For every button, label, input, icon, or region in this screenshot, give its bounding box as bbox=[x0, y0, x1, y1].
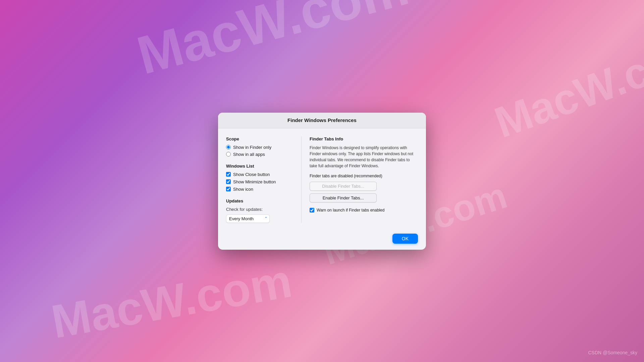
dialog-title: Finder Windows Preferences bbox=[287, 117, 357, 123]
scope-finder-only-label: Show in Finder only bbox=[233, 145, 271, 150]
frequency-select-wrapper: Every Day Every Week Every Month Never ⌃ bbox=[226, 215, 270, 223]
enable-finder-tabs-button[interactable]: Enable Finder Tabs... bbox=[310, 193, 377, 202]
right-column: Finder Tabs Info Finder Windows is desig… bbox=[303, 136, 418, 223]
finder-tabs-status: Finder tabs are disabled (recommended) bbox=[310, 174, 418, 178]
scope-finder-only-radio[interactable] bbox=[226, 145, 231, 149]
show-icon-checkbox[interactable] bbox=[226, 187, 231, 191]
warn-on-launch-checkbox[interactable] bbox=[310, 208, 314, 213]
show-icon-label: Show icon bbox=[233, 187, 253, 192]
windows-list-section-title: Windows List bbox=[226, 164, 292, 169]
show-close-button-checkbox[interactable] bbox=[226, 172, 231, 177]
show-close-button-label: Show Close button bbox=[233, 172, 270, 177]
scope-all-apps-radio[interactable] bbox=[226, 152, 231, 157]
preferences-dialog: Finder Windows Preferences Scope Show in… bbox=[218, 113, 426, 250]
show-minimize-button-item[interactable]: Show Minimize button bbox=[226, 179, 292, 184]
scope-all-apps[interactable]: Show in all apps bbox=[226, 152, 292, 157]
warn-row: Warn on launch if Finder tabs enabled bbox=[310, 208, 418, 213]
vertical-divider bbox=[301, 136, 302, 223]
disable-finder-tabs-button[interactable]: Disable Finder Tabs... bbox=[310, 182, 377, 191]
check-updates-label: Check for updates: bbox=[226, 207, 292, 212]
dialog-footer: OK bbox=[218, 230, 426, 250]
frequency-select[interactable]: Every Day Every Week Every Month Never bbox=[226, 215, 270, 223]
scope-all-apps-label: Show in all apps bbox=[233, 152, 265, 157]
finder-tabs-info-body: Finder Windows is designed to simplify o… bbox=[310, 145, 418, 169]
dialog-overlay: Finder Windows Preferences Scope Show in… bbox=[0, 0, 644, 362]
scope-section-title: Scope bbox=[226, 136, 292, 141]
windows-list-checkboxes: Show Close button Show Minimize button S… bbox=[226, 172, 292, 192]
scope-finder-only[interactable]: Show in Finder only bbox=[226, 145, 292, 150]
updates-section-title: Updates bbox=[226, 198, 292, 203]
show-minimize-button-checkbox[interactable] bbox=[226, 179, 231, 184]
show-minimize-button-label: Show Minimize button bbox=[233, 179, 276, 184]
dialog-body: Scope Show in Finder only Show in all ap… bbox=[218, 128, 426, 230]
dialog-titlebar: Finder Windows Preferences bbox=[218, 113, 426, 128]
scope-radio-group: Show in Finder only Show in all apps bbox=[226, 145, 292, 157]
ok-button[interactable]: OK bbox=[392, 234, 418, 244]
show-close-button-item[interactable]: Show Close button bbox=[226, 172, 292, 177]
show-icon-item[interactable]: Show icon bbox=[226, 187, 292, 192]
finder-tabs-info-title: Finder Tabs Info bbox=[310, 136, 418, 141]
finder-tabs-buttons: Disable Finder Tabs... Enable Finder Tab… bbox=[310, 182, 418, 202]
left-column: Scope Show in Finder only Show in all ap… bbox=[226, 136, 300, 223]
warn-on-launch-label: Warn on launch if Finder tabs enabled bbox=[317, 208, 384, 213]
